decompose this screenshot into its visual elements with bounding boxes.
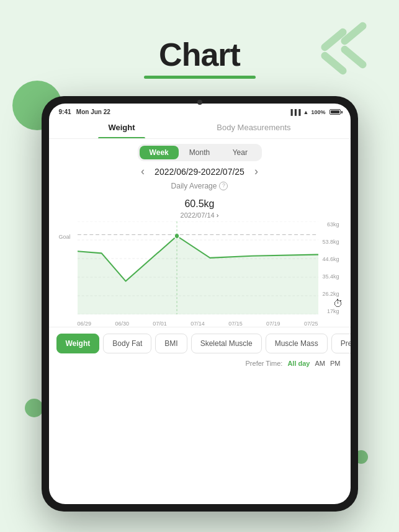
bg-decoration-circle-2 (25, 399, 43, 417)
x-label-6: 07/25 (304, 321, 318, 327)
daily-average-label: Daily Average ? (49, 182, 351, 190)
cat-prefer[interactable]: Pre... (331, 334, 351, 353)
x-label-4: 07/15 (228, 321, 243, 327)
daily-average-value: 60.5kg (49, 190, 351, 211)
y-label-5: 17kg (322, 308, 339, 314)
period-month[interactable]: Month (180, 146, 219, 159)
period-selector: Week Month Year (138, 144, 262, 161)
tablet-camera (197, 100, 202, 105)
cat-skeletal-muscle[interactable]: Skeletal Muscle (191, 334, 262, 353)
date-next-button[interactable]: › (254, 165, 258, 178)
prefer-time-row: Prefer Time: All day AM PM (49, 357, 351, 372)
period-year[interactable]: Year (220, 146, 259, 159)
status-bar: 9:41 Mon Jun 22 ▐▐▐ ▲ 100% (49, 104, 351, 118)
title-underline (144, 76, 256, 79)
cat-body-fat[interactable]: Body Fat (103, 334, 151, 353)
date-range-label: 2022/06/29-2022/07/25 (155, 167, 244, 177)
chart-inner (78, 221, 318, 314)
main-tab-bar: Weight Body Measurements ⏱ (49, 118, 351, 139)
x-label-0: 06/29 (78, 321, 92, 327)
prefer-time-allday[interactable]: All day (287, 360, 310, 367)
goal-label: Goal (59, 234, 71, 240)
y-label-2: 44.6kg (322, 256, 339, 262)
x-label-1: 06/30 (115, 321, 129, 327)
chart-area: Goal 63kg 53.8kg 44.6kg 35.4kg 26.2kg 17… (59, 221, 341, 327)
period-week[interactable]: Week (140, 146, 179, 159)
tab-weight[interactable]: Weight (98, 118, 145, 138)
y-label-3: 35.4kg (322, 273, 339, 280)
prefer-time-label: Prefer Time: (246, 360, 283, 367)
tablet-screen: 9:41 Mon Jun 22 ▐▐▐ ▲ 100% Weight Body M… (49, 104, 351, 504)
page-title: Chart (0, 36, 399, 73)
daily-average-date[interactable]: 2022/07/14 › (49, 211, 351, 219)
y-label-4: 26.2kg (322, 291, 339, 297)
battery-icon (330, 109, 341, 115)
y-label-1: 53.8kg (322, 239, 339, 245)
status-right: ▐▐▐ ▲ 100% (289, 109, 340, 115)
signal-icon: ▐▐▐ (289, 109, 300, 115)
x-label-3: 07/14 (191, 321, 205, 327)
x-label-5: 07/19 (266, 321, 280, 327)
status-time: 9:41 Mon Jun 22 (59, 109, 110, 115)
daily-average-section: Daily Average ? 60.5kg 2022/07/14 › (49, 182, 351, 219)
chart-y-labels: 63kg 53.8kg 44.6kg 35.4kg 26.2kg 17kg (322, 221, 340, 314)
chart-x-labels: 06/29 06/30 07/01 07/14 07/15 07/19 07/2… (78, 321, 318, 327)
cat-muscle-mass[interactable]: Muscle Mass (266, 334, 328, 353)
svg-marker-7 (78, 236, 318, 314)
prefer-time-pm[interactable]: PM (330, 360, 341, 367)
tab-body-measurements[interactable]: Body Measurements (207, 118, 300, 138)
info-icon[interactable]: ? (219, 182, 228, 190)
category-tabs: Weight Body Fat BMI Skeletal Muscle Musc… (49, 327, 351, 357)
date-prev-button[interactable]: ‹ (141, 165, 145, 178)
x-label-2: 07/01 (153, 321, 167, 327)
wifi-icon: ▲ (303, 109, 309, 115)
prefer-time-am[interactable]: AM (315, 360, 326, 367)
chart-svg (78, 221, 318, 314)
y-label-0: 63kg (322, 221, 339, 228)
daily-average-date-arrow: › (217, 211, 219, 219)
tablet-device: 9:41 Mon Jun 22 ▐▐▐ ▲ 100% Weight Body M… (42, 96, 358, 512)
cat-bmi[interactable]: BMI (155, 334, 187, 353)
cat-weight[interactable]: Weight (56, 334, 100, 353)
date-nav: ‹ 2022/06/29-2022/07/25 › (49, 165, 351, 178)
